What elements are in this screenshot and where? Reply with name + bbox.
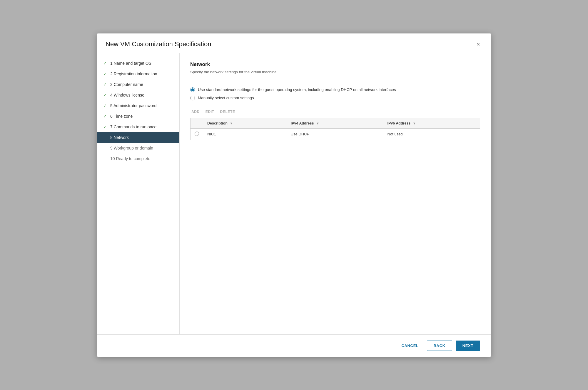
sidebar-label-step3: 3 Computer name xyxy=(110,82,143,87)
edit-button[interactable]: EDIT xyxy=(206,109,214,115)
sidebar-item-step6[interactable]: ✓6 Time zone xyxy=(97,111,179,122)
sidebar-label-step2: 2 Registration information xyxy=(110,72,157,76)
sidebar-item-step4[interactable]: ✓4 Windows license xyxy=(97,90,179,100)
table-toolbar: ADD EDIT DELETE xyxy=(190,109,480,115)
section-title: Network xyxy=(190,62,480,67)
table-header-row: Description ▼ IPv4 Address ▼ IPv6 Addres… xyxy=(191,118,480,128)
radio-standard[interactable] xyxy=(190,87,195,92)
sidebar-item-step10[interactable]: 10 Ready to complete xyxy=(97,153,179,164)
table-row[interactable]: NIC1Use DHCPNot used xyxy=(191,128,480,140)
close-button[interactable]: × xyxy=(474,40,482,48)
cancel-button[interactable]: CANCEL xyxy=(397,341,423,350)
section-desc: Specify the network settings for the vir… xyxy=(190,70,480,74)
dialog: New VM Customization Specification × ✓1 … xyxy=(97,33,491,357)
sidebar-item-step2[interactable]: ✓2 Registration information xyxy=(97,69,179,79)
network-radio-group: Use standard network settings for the gu… xyxy=(190,87,480,100)
sidebar-label-step9: 9 Workgroup or domain xyxy=(110,146,153,150)
sidebar-item-step5[interactable]: ✓5 Administrator password xyxy=(97,100,179,111)
table-header-ipv4: IPv4 Address ▼ xyxy=(287,118,383,128)
check-icon-step7: ✓ xyxy=(103,125,108,129)
nic-table: Description ▼ IPv4 Address ▼ IPv6 Addres… xyxy=(190,118,480,140)
ipv4-filter-icon[interactable]: ▼ xyxy=(316,122,319,125)
sidebar-label-step1: 1 Name and target OS xyxy=(110,61,151,66)
radio-manual-label: Manually select custom settings xyxy=(198,96,254,100)
sidebar-label-step8: 8 Network xyxy=(110,135,129,140)
check-icon-step1: ✓ xyxy=(103,61,108,66)
check-icon-step6: ✓ xyxy=(103,114,108,119)
radio-option-standard[interactable]: Use standard network settings for the gu… xyxy=(190,87,480,92)
nic-table-body: NIC1Use DHCPNot used xyxy=(191,128,480,140)
check-icon-step5: ✓ xyxy=(103,103,108,108)
row-ipv6: Not used xyxy=(383,128,480,140)
sidebar-item-step7[interactable]: ✓7 Commands to run once xyxy=(97,122,179,132)
sidebar-label-step7: 7 Commands to run once xyxy=(110,125,156,129)
sidebar-item-step1[interactable]: ✓1 Name and target OS xyxy=(97,58,179,69)
nic-radio-0[interactable] xyxy=(195,132,199,136)
radio-manual[interactable] xyxy=(190,96,195,100)
next-button[interactable]: NEXT xyxy=(456,341,480,351)
description-filter-icon[interactable]: ▼ xyxy=(230,122,233,125)
sidebar-item-step8[interactable]: 8 Network xyxy=(97,132,179,143)
dialog-title: New VM Customization Specification xyxy=(106,40,211,48)
sidebar-item-step3[interactable]: ✓3 Computer name xyxy=(97,79,179,90)
row-select-cell xyxy=(191,128,203,140)
main-content: Network Specify the network settings for… xyxy=(180,53,491,334)
sidebar-item-step9[interactable]: 9 Workgroup or domain xyxy=(97,143,179,153)
sidebar-label-step5: 5 Administrator password xyxy=(110,103,156,108)
back-button[interactable]: BACK xyxy=(427,341,452,351)
table-header-description: Description ▼ xyxy=(203,118,287,128)
ipv6-filter-icon[interactable]: ▼ xyxy=(413,122,416,125)
table-header-ipv6: IPv6 Address ▼ xyxy=(383,118,480,128)
add-button[interactable]: ADD xyxy=(191,109,200,115)
table-header-select xyxy=(191,118,203,128)
check-icon-step4: ✓ xyxy=(103,93,108,97)
check-icon-step2: ✓ xyxy=(103,72,108,76)
radio-option-manual[interactable]: Manually select custom settings xyxy=(190,96,480,100)
sidebar-label-step6: 6 Time zone xyxy=(110,114,133,119)
check-icon-step3: ✓ xyxy=(103,82,108,87)
sidebar: ✓1 Name and target OS✓2 Registration inf… xyxy=(97,53,180,334)
delete-button[interactable]: DELETE xyxy=(220,109,235,115)
dialog-footer: CANCEL BACK NEXT xyxy=(97,334,491,357)
sidebar-label-step10: 10 Ready to complete xyxy=(110,156,150,161)
sidebar-label-step4: 4 Windows license xyxy=(110,93,144,97)
section-divider xyxy=(190,80,480,80)
row-description: NIC1 xyxy=(203,128,287,140)
radio-standard-label: Use standard network settings for the gu… xyxy=(198,87,396,92)
row-ipv4: Use DHCP xyxy=(287,128,383,140)
dialog-header: New VM Customization Specification × xyxy=(97,34,491,53)
dialog-body: ✓1 Name and target OS✓2 Registration inf… xyxy=(97,53,491,334)
